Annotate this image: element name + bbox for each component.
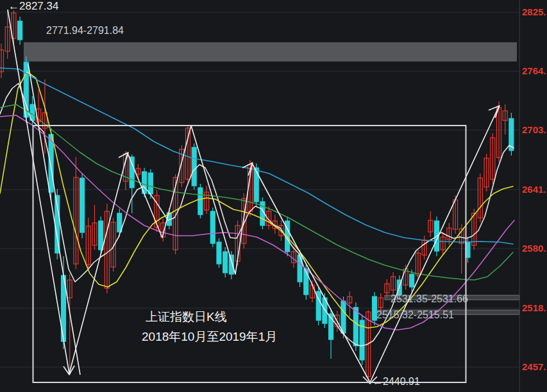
high-price-label: ←2827.34 <box>8 1 58 13</box>
low-price-label: ←2440.91 <box>373 376 420 388</box>
support-zone1-label: 2531.35-2531.66 <box>391 293 468 305</box>
chart-period: 2018年10月至2019年1月 <box>142 331 277 344</box>
axis-price-label: 2641. <box>522 184 546 195</box>
axis-price-label: 2703. <box>522 124 546 135</box>
resistance-zone-label: 2771.94-2791.84 <box>46 25 124 37</box>
price-zone-bands <box>24 42 519 314</box>
support-zone2-label: 2515.32-2515.51 <box>376 309 454 321</box>
axis-price-label: 2580. <box>522 243 546 254</box>
axis-price-label: 2825. <box>522 6 546 17</box>
chart-title: 上证指数日K线 <box>146 311 227 324</box>
kline-chart-window: ←2827.34 2771.94-2791.84 上证指数日K线 2018年10… <box>0 0 547 392</box>
axis-price-label: 2518. <box>522 302 546 313</box>
axis-price-label: 2764. <box>522 65 546 76</box>
axis-price-label: 2457. <box>522 361 546 372</box>
candlestick-series[interactable] <box>0 10 514 382</box>
